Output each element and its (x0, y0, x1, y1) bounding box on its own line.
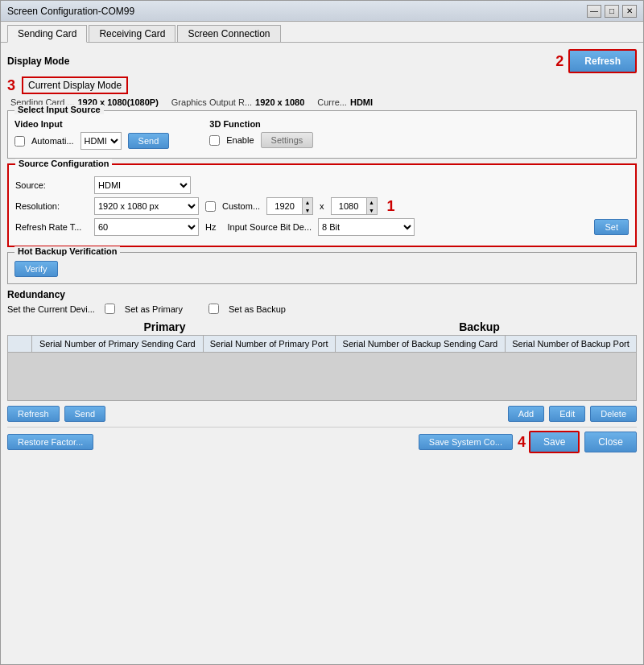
refresh-button-top[interactable]: Refresh (568, 49, 637, 73)
width-up-arrow[interactable]: ▲ (303, 198, 312, 206)
source-config-content: Source: HDMI DVI VGA SDI Resolution: 192… (15, 176, 629, 236)
video-input-group: Video Input Automati... HDMI DVI VGA SDI… (14, 119, 169, 153)
col-0 (8, 336, 32, 353)
set-button[interactable]: Set (594, 219, 629, 235)
edit-button[interactable]: Edit (549, 406, 585, 422)
height-up-arrow[interactable]: ▲ (367, 198, 377, 206)
footer-buttons: Restore Factor... Save System Co... 4 Sa… (7, 427, 637, 453)
custom-height-field[interactable] (331, 197, 367, 215)
width-spin-arrows: ▲ ▼ (303, 197, 313, 215)
source-config-title: Source Configuration (15, 159, 112, 168)
pb-header: Primary Backup (7, 319, 637, 335)
save-button[interactable]: Save (529, 431, 580, 453)
tab-bar: Sending Card Receiving Card Screen Conne… (1, 22, 643, 43)
refresh-rate-row: Refresh Rate T... 60 50 30 Hz Input Sour… (15, 218, 629, 236)
width-down-arrow[interactable]: ▼ (303, 206, 312, 214)
display-mode-header: Display Mode 2 Refresh (7, 49, 637, 73)
badge-1: 1 (387, 198, 395, 215)
bit-depth-select[interactable]: 8 Bit 10 Bit 12 Bit (318, 218, 415, 236)
video-input-row: Automati... HDMI DVI VGA SDI Send (14, 132, 169, 150)
custom-width-field[interactable] (266, 197, 303, 215)
main-content: Display Mode 2 Refresh 3 Current Display… (1, 43, 643, 664)
resolution-select[interactable]: 1920 x 1080 px 1280 x 720 px 3840 x 2160… (94, 197, 199, 215)
badge-2: 2 (555, 53, 564, 70)
pb-table: Serial Number of Primary Sending Card Se… (7, 335, 637, 353)
minimize-button[interactable]: — (587, 5, 601, 18)
primary-header: Primary (7, 319, 322, 335)
height-down-arrow[interactable]: ▼ (367, 206, 377, 214)
col-2: Serial Number of Primary Port (203, 336, 335, 353)
primary-backup-table: Primary Backup Serial Number of Primary … (7, 319, 637, 401)
maximize-button[interactable]: □ (605, 5, 619, 18)
hot-backup-content: Verify (14, 261, 630, 277)
3d-function-row: Enable Settings (209, 132, 313, 148)
hot-backup-title: Hot Backup Verification (14, 246, 120, 256)
redundancy-section: Redundancy Set the Current Devi... Set a… (7, 289, 637, 314)
resolution-row: Resolution: 1920 x 1080 px 1280 x 720 px… (15, 197, 629, 215)
bottom-buttons: Refresh Send Add Edit Delete (7, 406, 637, 422)
main-window: Screen Configuration-COM99 — □ ✕ Sending… (0, 0, 644, 665)
source-select[interactable]: HDMI DVI VGA SDI (94, 176, 191, 194)
badge-3: 3 (7, 77, 15, 94)
function-3d-group: 3D Function Enable Settings (209, 119, 313, 151)
col-1: Serial Number of Primary Sending Card (32, 336, 204, 353)
custom-height-input: ▲ ▼ (331, 197, 378, 215)
height-spin-arrows: ▲ ▼ (367, 197, 378, 215)
auto-check[interactable] (14, 136, 25, 147)
table-body (7, 353, 637, 401)
custom-check[interactable] (205, 201, 216, 212)
video-source-select[interactable]: HDMI DVI VGA SDI (80, 132, 122, 150)
window-title: Screen Configuration-COM99 (7, 6, 134, 17)
current-display-mode-label: Current Display Mode (22, 76, 128, 94)
tab-screen-connection[interactable]: Screen Connection (177, 25, 280, 42)
add-button[interactable]: Add (508, 406, 545, 422)
refresh-rate-select[interactable]: 60 50 30 (94, 218, 199, 236)
tab-receiving-card[interactable]: Receiving Card (89, 25, 175, 42)
verify-button[interactable]: Verify (14, 261, 58, 277)
tab-sending-card[interactable]: Sending Card (7, 25, 87, 43)
send-bottom-button[interactable]: Send (64, 406, 106, 422)
title-bar: Screen Configuration-COM99 — □ ✕ (1, 1, 643, 22)
restore-button[interactable]: Restore Factor... (7, 434, 93, 450)
display-mode-title: Display Mode (7, 56, 69, 67)
info-cell-2: Curre... HDMI (317, 97, 373, 107)
backup-check[interactable] (208, 304, 219, 314)
info-cell-1: Graphics Output R... 1920 x 1080 (171, 97, 304, 107)
redundancy-row: Set the Current Devi... Set as Primary S… (7, 304, 637, 314)
col-3: Serial Number of Backup Sending Card (335, 336, 505, 353)
source-row: Source: HDMI DVI VGA SDI (15, 176, 629, 194)
save-system-button[interactable]: Save System Co... (419, 434, 513, 450)
close-button[interactable]: ✕ (622, 5, 637, 18)
window-controls: — □ ✕ (587, 5, 637, 18)
info-row: Sending Card ... 1920 x 1080(1080P) Grap… (10, 97, 637, 107)
3d-enable-check[interactable] (209, 135, 220, 146)
delete-button[interactable]: Delete (590, 406, 637, 422)
custom-width-input: ▲ ▼ (266, 197, 313, 215)
3d-settings-button: Settings (261, 132, 314, 148)
badge-4: 4 (518, 434, 526, 451)
hot-backup-box: Hot Backup Verification Verify (7, 252, 637, 284)
backup-header: Backup (322, 319, 637, 335)
close-button-footer[interactable]: Close (584, 432, 637, 452)
display-mode-section: Display Mode 2 Refresh 3 Current Display… (7, 49, 637, 107)
refresh-bottom-button[interactable]: Refresh (7, 406, 60, 422)
select-input-source-box: Select Input Source Video Input Automati… (7, 110, 637, 159)
input-source-title: Select Input Source (14, 105, 104, 114)
input-source-content: Video Input Automati... HDMI DVI VGA SDI… (14, 119, 630, 153)
video-send-button[interactable]: Send (128, 133, 170, 149)
col-4: Serial Number of Backup Port (506, 336, 637, 353)
source-config-box: Source Configuration Source: HDMI DVI VG… (7, 163, 637, 247)
primary-check[interactable] (105, 304, 115, 314)
